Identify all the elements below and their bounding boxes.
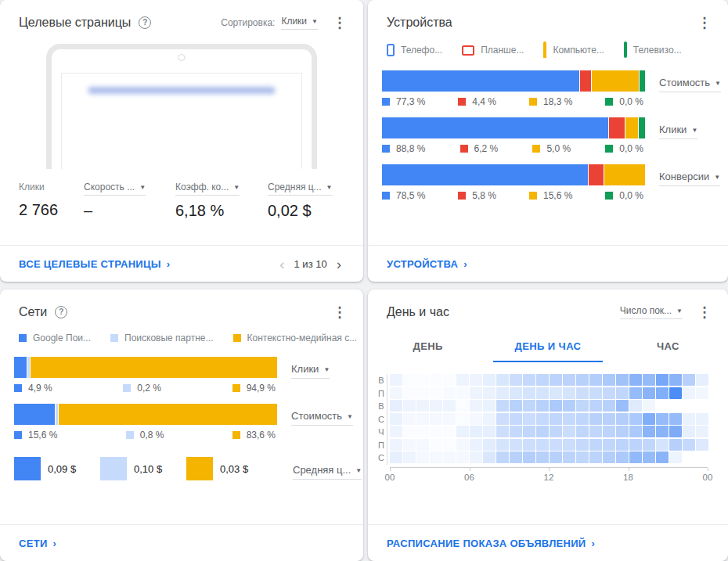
footer-link-landing-pages[interactable]: ВСЕ ЦЕЛЕВЫЕ СТРАНИЦЫ› <box>19 258 170 270</box>
percent-label: 78,5 % <box>396 190 425 201</box>
help-icon[interactable]: ? <box>55 306 67 318</box>
axis-tick <box>549 468 550 471</box>
footer-link-devices[interactable]: УСТРОЙСТВА› <box>387 258 467 270</box>
legend-swatch <box>232 384 240 392</box>
percent-item: 15,6 % <box>529 190 572 201</box>
overview-grid: Целевые страницы ? Сортировка: Клики▼ ⋮ … <box>0 0 728 561</box>
heatmap-cell <box>696 374 708 386</box>
kebab-menu-icon[interactable]: ⋮ <box>330 304 349 321</box>
stat-dropdown[interactable]: Коэфф. ко...▼ <box>175 182 240 196</box>
heatmap-cell <box>683 439 695 451</box>
stat-dropdown[interactable]: Скорость ...▼ <box>84 182 146 196</box>
heatmap-cell <box>696 451 708 463</box>
blurred-url-link[interactable] <box>88 87 275 94</box>
bar-segment <box>604 164 645 185</box>
heatmap-cell <box>536 413 549 425</box>
footer-link-ad-schedule[interactable]: РАСПИСАНИЕ ПОКАЗА ОБЪЯВЛЕНИЙ› <box>387 538 595 549</box>
next-page-icon[interactable]: › <box>333 257 344 272</box>
bar-segment <box>14 404 55 425</box>
heatmap-cell <box>576 374 589 386</box>
kebab-menu-icon[interactable]: ⋮ <box>330 14 349 31</box>
metric-dropdown[interactable]: Стоимость▼ <box>659 77 721 92</box>
heatmap-cell <box>683 387 695 399</box>
percent-item: 5,0 % <box>532 143 571 154</box>
help-icon[interactable]: ? <box>139 16 151 29</box>
metric-label: Клики <box>291 363 319 375</box>
stat-avg-cpc: Средняя ц...▼ 0,02 $ <box>268 179 344 220</box>
heatmap-cell <box>390 400 402 412</box>
heatmap-cell <box>656 426 669 437</box>
sort-value: Клики <box>281 16 307 27</box>
heatmap-cell <box>523 451 535 463</box>
heatmap-cell <box>629 387 642 399</box>
percent-item: 15,6 % <box>14 430 57 441</box>
percent-label: 0,8 % <box>140 430 164 441</box>
bar-segment <box>56 404 58 425</box>
heatmap-cell <box>563 451 575 463</box>
heatmap-cell <box>616 413 629 425</box>
heatmap-cell <box>603 387 615 399</box>
heatmap-cell <box>643 451 655 463</box>
percent-label: 15,6 % <box>28 430 57 441</box>
kebab-menu-icon[interactable]: ⋮ <box>695 14 714 31</box>
heatmap-day-label: Ч <box>376 426 387 439</box>
metric-dropdown[interactable]: Средняя ц...▼ <box>293 464 362 480</box>
bar-column: 77,3 %4,4 %18,3 %0,0 % <box>382 70 645 107</box>
networks-footer: СЕТИ› <box>0 524 363 561</box>
percent-label: 5,0 % <box>546 143 571 154</box>
prev-page-icon[interactable]: ‹ <box>276 257 287 272</box>
stat-clicks: Клики 2 766 <box>19 179 84 220</box>
metric-dropdown[interactable]: Конверсии▼ <box>659 171 720 186</box>
axis-tick-label: 06 <box>464 473 474 482</box>
legend-swatch <box>529 192 537 200</box>
heatmap-cell <box>390 374 402 386</box>
heatmap-cell <box>550 413 562 425</box>
stat-label: Клики <box>19 182 45 195</box>
footer-link-networks[interactable]: СЕТИ› <box>19 538 56 549</box>
legend-label: Телевизо... <box>633 45 682 56</box>
metric-dropdown[interactable]: Клики▼ <box>291 363 330 379</box>
sort-label: Сортировка: <box>221 17 275 28</box>
heatmap-cell <box>576 387 589 399</box>
tab-day[interactable]: ДЕНЬ <box>368 329 488 362</box>
percent-label: 0,2 % <box>137 383 161 394</box>
tablet-screen <box>61 73 302 169</box>
bar-column: 78,5 %5,8 %15,6 %0,0 % <box>382 164 645 201</box>
kebab-menu-icon[interactable]: ⋮ <box>695 304 714 321</box>
heatmap-cell <box>430 426 442 437</box>
legend-label: Планше... <box>481 45 524 56</box>
card-networks: Сети ? ⋮ Google Пои... Поисковые партне.… <box>0 289 363 561</box>
heatmap-cell <box>550 400 562 412</box>
page-title: Сети <box>19 305 47 319</box>
percent-item: 94,9 % <box>232 383 276 394</box>
bar-segment <box>14 357 27 378</box>
chevron-down-icon: ▼ <box>355 467 362 474</box>
page-title: День и час <box>387 305 449 319</box>
metric-dropdown[interactable]: Стоимость▼ <box>291 410 353 426</box>
heatmap-cell <box>403 387 416 399</box>
heatmap-cell <box>616 426 629 437</box>
heatmap-cell <box>589 413 602 425</box>
heatmap-cell <box>443 451 456 463</box>
heatmap-cell <box>403 439 416 451</box>
tab-day-and-hour[interactable]: ДЕНЬ И ЧАС <box>488 329 607 362</box>
bar-segment <box>592 70 638 92</box>
heatmap-cell <box>643 400 655 412</box>
landing-pages-header: Целевые страницы ? Сортировка: Клики▼ ⋮ <box>0 0 363 31</box>
heatmap-cell <box>669 413 682 425</box>
metric-label: Стоимость <box>291 410 342 422</box>
tab-hour[interactable]: ЧАС <box>608 329 728 362</box>
stat-value: 6,18 % <box>175 202 268 220</box>
networks-avg-row: 0,09 $0,10 $0,03 $Средняя ц...▼ <box>0 451 363 480</box>
percent-label: 0,0 % <box>619 190 643 201</box>
avg-cpc-block: 0,09 $ <box>14 457 100 480</box>
heatmap-cell <box>669 426 682 437</box>
stat-dropdown[interactable]: Средняя ц...▼ <box>268 182 333 196</box>
percent-label: 83,6 % <box>247 430 276 441</box>
metric-dropdown[interactable]: Число пок...▼ <box>620 305 683 319</box>
percent-item: 0,8 % <box>126 430 164 441</box>
percent-label: 15,6 % <box>543 190 572 201</box>
sort-dropdown[interactable]: Клики▼ <box>281 16 318 30</box>
metric-dropdown[interactable]: Клики▼ <box>659 124 697 139</box>
heatmap-cell <box>563 400 575 412</box>
